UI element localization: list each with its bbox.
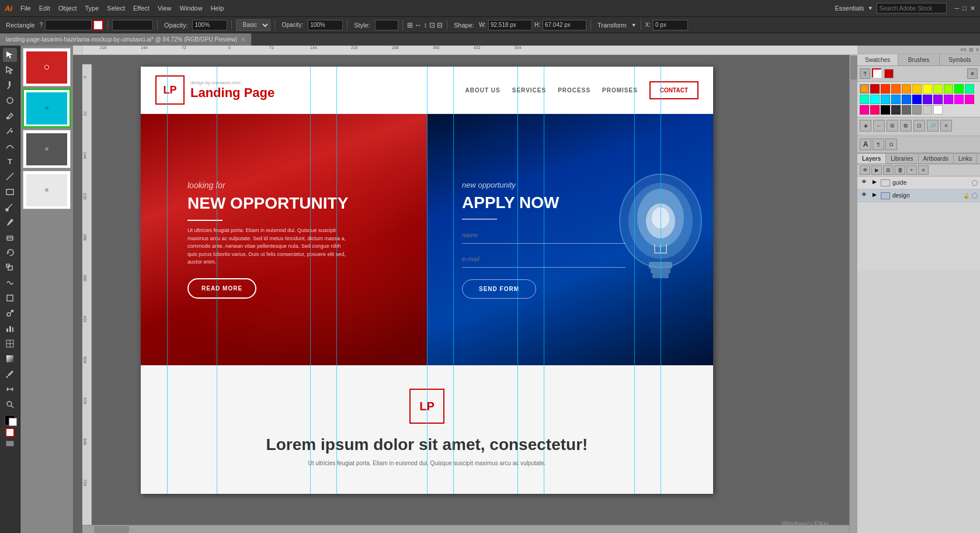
tab-symbols[interactable]: Symbols: [940, 54, 980, 65]
stroke-color-swatch[interactable]: [93, 20, 103, 30]
layer-expand-btn[interactable]: ▶: [871, 165, 882, 175]
menu-select[interactable]: Select: [103, 4, 128, 13]
tab-brushes[interactable]: Brushes: [898, 54, 939, 65]
type-btn-align[interactable]: Ω: [885, 139, 897, 150]
swatch-yellow[interactable]: [923, 84, 932, 94]
appearance-btn-1[interactable]: ◈: [860, 120, 871, 131]
thumbnail-1[interactable]: [23, 48, 71, 86]
canvas-content[interactable]: 0 72 144 216 288 360 432 504 576 648 720: [82, 55, 857, 533]
type-btn-A[interactable]: A: [860, 139, 871, 150]
none-color[interactable]: [5, 428, 15, 437]
normal-screen[interactable]: [6, 441, 14, 447]
layer-eye-design[interactable]: 👁: [860, 192, 868, 200]
appearance-btn-6[interactable]: 🔗: [927, 120, 939, 131]
swatch-purple-magenta[interactable]: [944, 95, 953, 104]
contact-button[interactable]: CONTACT: [649, 81, 698, 99]
swatch-dark-gray[interactable]: [891, 105, 901, 115]
scale-tool[interactable]: [3, 261, 17, 275]
layer-row-guide[interactable]: 👁 ▶ guide: [857, 176, 980, 189]
swatch-red-dark[interactable]: [870, 84, 880, 94]
menu-help[interactable]: Help: [207, 4, 228, 13]
swatch-menu-btn[interactable]: ≡: [967, 68, 978, 79]
menu-file[interactable]: File: [17, 4, 34, 13]
nav-promises[interactable]: PROMISES: [602, 87, 638, 94]
opacity-input2[interactable]: [308, 20, 343, 30]
swatch-magenta-red[interactable]: [965, 95, 974, 104]
layer-visibility-btn[interactable]: 👁: [860, 165, 870, 175]
menu-view[interactable]: View: [154, 4, 175, 13]
eyedropper-tool[interactable]: [3, 367, 17, 381]
tab-links[interactable]: Links: [954, 154, 977, 164]
h-scrollbar-thumb[interactable]: [94, 526, 129, 533]
magic-wand-tool[interactable]: [3, 78, 17, 92]
mesh-tool[interactable]: [3, 337, 17, 351]
free-transform-tool[interactable]: [3, 291, 17, 305]
swatch-gray[interactable]: [912, 105, 922, 115]
layer-delete-btn[interactable]: 🗑: [895, 165, 905, 175]
tab-libraries[interactable]: Libraries: [886, 154, 918, 164]
fill-input[interactable]: [112, 20, 153, 30]
column-graph-tool[interactable]: [3, 321, 17, 335]
swatch-green-cyan[interactable]: [965, 84, 974, 94]
vertical-scrollbar[interactable]: [849, 55, 857, 533]
swatch-yellow-orange[interactable]: [912, 84, 922, 94]
layer-options-btn[interactable]: ≡: [918, 165, 929, 175]
screen-mode-btns[interactable]: [6, 441, 14, 447]
swatch-mid-gray[interactable]: [902, 105, 911, 115]
rectangle-tool[interactable]: [3, 185, 17, 199]
name-input[interactable]: [462, 227, 625, 244]
style-input[interactable]: [375, 20, 398, 30]
swatch-yellow-green[interactable]: [933, 84, 943, 94]
layer-add-btn[interactable]: +: [906, 165, 917, 175]
style-select[interactable]: Basic: [236, 19, 270, 31]
appearance-btn-7[interactable]: ≡: [940, 120, 952, 131]
width-input[interactable]: [488, 20, 532, 30]
none-color-switcher[interactable]: [5, 428, 15, 437]
selection-tool[interactable]: [3, 48, 17, 62]
stroke-input[interactable]: [45, 20, 92, 30]
zoom-tool[interactable]: [3, 397, 17, 411]
paintbrush-tool[interactable]: [3, 200, 17, 214]
swatch-white[interactable]: [933, 105, 943, 115]
swatch-purple[interactable]: [933, 95, 943, 104]
menu-type[interactable]: Type: [82, 4, 103, 13]
x-input[interactable]: [653, 20, 688, 30]
color-selector[interactable]: [5, 415, 15, 425]
menu-effect[interactable]: Effect: [130, 4, 153, 13]
direct-selection-tool[interactable]: [3, 63, 17, 77]
horizontal-scrollbar[interactable]: [82, 525, 849, 533]
thumbnail-3[interactable]: [23, 130, 71, 168]
fill-color[interactable]: [5, 415, 15, 425]
swatch-orange[interactable]: [902, 84, 911, 94]
swatch-deep-pink[interactable]: [870, 105, 880, 115]
appearance-btn-3[interactable]: ⊞: [887, 120, 898, 131]
swatch-black[interactable]: [881, 105, 890, 115]
tab-swatches[interactable]: Swatches: [857, 54, 898, 65]
transform-label[interactable]: Transform: [595, 22, 629, 29]
rotate-tool[interactable]: [3, 245, 17, 259]
appearance-btn-2[interactable]: ←: [873, 120, 885, 131]
curvature-tool[interactable]: [3, 139, 17, 153]
layer-eye-guide[interactable]: 👁: [860, 179, 868, 187]
symbol-sprayer-tool[interactable]: [3, 306, 17, 320]
swatch-blue-pure[interactable]: [912, 95, 922, 104]
nav-about-us[interactable]: ABOUT US: [465, 87, 501, 94]
type-tool[interactable]: T: [3, 154, 17, 168]
add-anchor-tool[interactable]: [3, 124, 17, 138]
swatch-blue[interactable]: [902, 95, 911, 104]
swatch-red[interactable]: [881, 84, 890, 94]
menu-object[interactable]: Object: [55, 4, 81, 13]
layer-dot-guide[interactable]: [972, 180, 978, 186]
tab-artboards[interactable]: Artboards: [919, 154, 954, 164]
opacity-input[interactable]: [192, 20, 227, 30]
swatch-question-btn[interactable]: ?: [860, 68, 870, 79]
tab-layers[interactable]: Layers: [857, 154, 886, 164]
warp-tool[interactable]: [3, 276, 17, 290]
thumbnail-4[interactable]: [23, 171, 71, 209]
close-btn[interactable]: ✕: [970, 5, 975, 12]
panel-list-view-btn[interactable]: ≡≡: [960, 47, 967, 53]
swatch-blue-purple[interactable]: [923, 95, 932, 104]
menu-window[interactable]: Window: [176, 4, 206, 13]
swatch-cyan-blue[interactable]: [881, 95, 890, 104]
eraser-tool[interactable]: [3, 230, 17, 244]
